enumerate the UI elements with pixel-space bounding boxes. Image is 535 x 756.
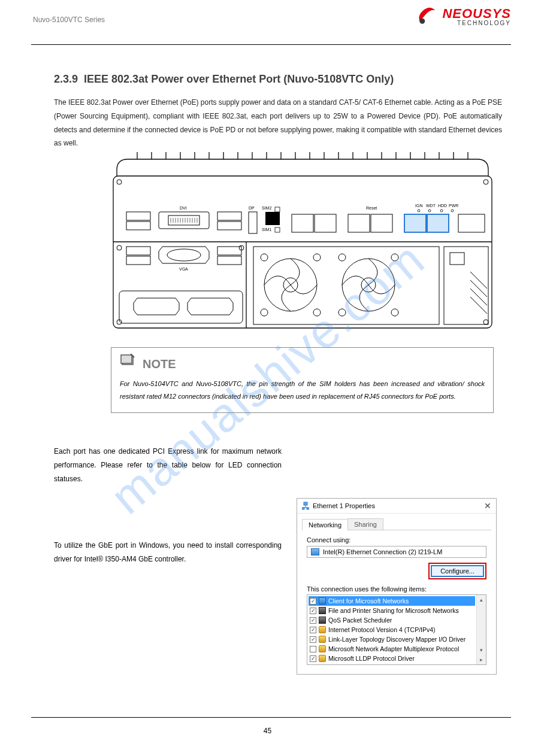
dialog-tabs: Networking Sharing [302, 518, 491, 530]
svg-rect-95 [450, 253, 464, 265]
scroll-right-icon[interactable]: ▸ [477, 655, 486, 664]
ethernet-icon [302, 502, 309, 510]
list-item-label: Link-Layer Topology Discovery Mapper I/O… [328, 636, 466, 643]
checkbox[interactable]: ✓ [310, 598, 316, 605]
svg-point-92 [338, 309, 346, 316]
svg-text:HDD: HDD [438, 204, 447, 208]
list-item[interactable]: ✓Link-Layer Topology Discovery Mapper I/… [309, 634, 475, 644]
svg-point-29 [483, 180, 488, 184]
svg-rect-68 [371, 214, 392, 232]
tab-networking[interactable]: Networking [302, 519, 348, 530]
svg-text:Reset: Reset [366, 206, 377, 210]
svg-rect-36 [126, 247, 150, 255]
svg-rect-80 [458, 214, 485, 232]
svg-rect-94 [444, 247, 488, 324]
svg-point-28 [117, 180, 122, 184]
checkbox[interactable]: ✓ [310, 655, 316, 662]
svg-text:VGA: VGA [179, 267, 188, 271]
configure-button[interactable]: Configure... [431, 565, 484, 577]
list-item-label: Internet Protocol Version 4 (TCP/IPv4) [328, 626, 436, 633]
device-rear-diagram: DVI VGA DP SIM2 SIM1 Reset IGN WDT HDD P… [111, 152, 494, 332]
header-rule [31, 44, 511, 45]
paragraph-driver: To utilize the GbE port in Windows, you … [54, 539, 282, 566]
list-item[interactable]: Microsoft Network Adapter Multiplexor Pr… [309, 644, 475, 654]
svg-point-88 [261, 309, 268, 316]
proto-service-icon [319, 645, 326, 652]
proto-service-icon [319, 636, 326, 643]
list-item-label: Client for Microsoft Networks [328, 597, 409, 605]
checkbox[interactable]: ✓ [310, 636, 316, 643]
svg-text:DVI: DVI [180, 206, 187, 210]
paragraph-led: Each port has one dedicated PCI Express … [54, 445, 282, 485]
svg-rect-70 [427, 214, 449, 232]
list-item-label: QoS Packet Scheduler [328, 617, 392, 624]
svg-point-79 [451, 210, 454, 212]
svg-rect-100 [302, 508, 304, 509]
svg-rect-56 [217, 221, 241, 230]
scroll-down-icon[interactable]: ▾ [477, 645, 486, 655]
svg-text:DP: DP [249, 206, 255, 210]
list-item[interactable]: ✓File and Printer Sharing for Microsoft … [309, 606, 475, 615]
svg-rect-64 [275, 227, 280, 232]
svg-point-53 [167, 249, 201, 261]
footer-rule [31, 717, 511, 718]
svg-rect-97 [304, 502, 307, 505]
neousys-logo-icon [416, 6, 437, 28]
svg-text:IGN: IGN [415, 204, 422, 208]
scrollbar[interactable]: ▴ ▾ ▸ [476, 595, 486, 664]
intro-paragraph: The IEEE 802.3at Power over Ethernet (Po… [54, 96, 502, 150]
list-item-label: Microsoft Network Adapter Multiplexor Pr… [328, 645, 459, 652]
share-service-icon [319, 617, 326, 624]
brand-name: NEOUSYS [442, 7, 511, 20]
list-item[interactable]: ✓Internet Protocol Version 4 (TCP/IPv4) [309, 625, 475, 634]
adapter-field[interactable]: Intel(R) Ethernet Connection (2) I219-LM [307, 546, 486, 558]
list-item[interactable]: ✓Microsoft LLDP Protocol Driver [309, 654, 475, 663]
svg-rect-34 [126, 212, 150, 220]
close-icon[interactable]: ✕ [484, 501, 491, 511]
svg-rect-67 [348, 214, 370, 232]
svg-rect-1 [113, 176, 492, 328]
svg-point-93 [391, 309, 398, 316]
svg-point-86 [261, 254, 268, 261]
list-item[interactable]: ✓Client for Microsoft Networks [309, 596, 475, 606]
svg-point-77 [428, 210, 431, 212]
list-item-label: File and Printer Sharing for Microsoft N… [328, 607, 459, 614]
connection-items-list[interactable]: ✓Client for Microsoft Networks✓File and … [307, 594, 486, 665]
svg-rect-69 [404, 214, 426, 232]
adapter-name: Intel(R) Ethernet Connection (2) I219-LM [323, 548, 442, 555]
svg-rect-58 [217, 256, 241, 265]
list-item[interactable]: ✓QoS Packet Scheduler [309, 615, 475, 625]
svg-rect-81 [253, 247, 439, 324]
svg-rect-63 [275, 207, 280, 212]
svg-point-89 [313, 309, 321, 316]
svg-text:SIM2: SIM2 [262, 206, 271, 210]
svg-rect-37 [126, 256, 150, 265]
tab-sharing[interactable]: Sharing [347, 518, 383, 530]
connect-using-label: Connect using: [307, 536, 486, 544]
brand-header: NEOUSYS TECHNOLOGY [416, 6, 511, 28]
header-series-text: Nuvo-5100VTC Series [33, 16, 105, 24]
proto-service-icon [319, 626, 326, 633]
dialog-title: Ethernet 1 Properties [313, 502, 375, 509]
svg-rect-38 [159, 212, 209, 229]
brand-sub: TECHNOLOGY [442, 20, 511, 26]
share-service-icon [319, 607, 326, 614]
proto-service-icon [319, 655, 326, 662]
checkbox[interactable]: ✓ [310, 627, 316, 633]
note-title: NOTE [143, 353, 176, 375]
checkbox[interactable]: ✓ [310, 617, 316, 624]
svg-rect-59 [249, 212, 257, 233]
svg-rect-96 [119, 291, 243, 323]
ethernet-properties-dialog: Ethernet 1 Properties ✕ Networking Shari… [297, 498, 497, 675]
checkbox[interactable] [310, 646, 316, 652]
svg-point-91 [391, 254, 398, 261]
svg-point-78 [440, 210, 443, 212]
scroll-up-icon[interactable]: ▴ [477, 595, 486, 605]
svg-point-76 [418, 210, 420, 212]
dialog-titlebar: Ethernet 1 Properties ✕ [297, 499, 496, 514]
svg-point-90 [338, 254, 346, 261]
svg-text:PWR: PWR [449, 204, 458, 208]
svg-point-31 [483, 320, 488, 324]
checkbox[interactable]: ✓ [310, 608, 316, 614]
configure-highlight: Configure... [428, 563, 486, 579]
